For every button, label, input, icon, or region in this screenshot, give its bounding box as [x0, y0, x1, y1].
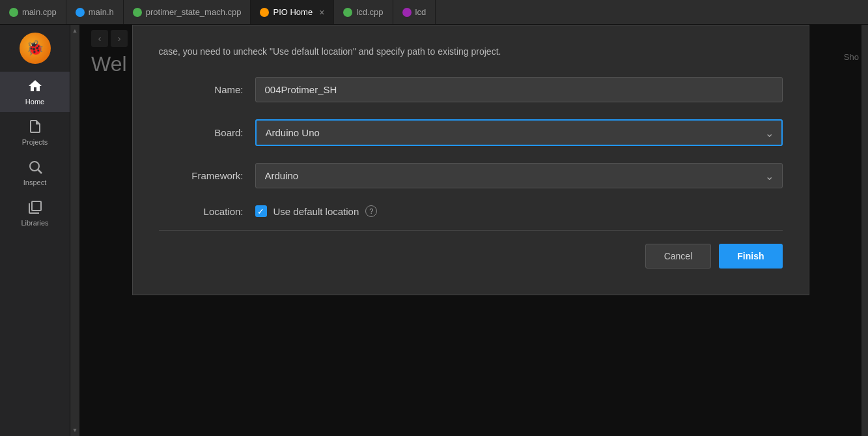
svg-line-1	[38, 170, 42, 174]
tab-icon-lcd-cpp	[343, 8, 352, 17]
location-row: Location: Use default location ?	[159, 205, 783, 217]
sidebar-label-home: Home	[25, 98, 44, 106]
tab-label-protimer: protimer_state_mach.cpp	[146, 7, 242, 17]
tab-icon-main-cpp	[9, 8, 18, 17]
sidebar-icon-projects	[27, 119, 43, 136]
dialog-hint: case, you need to uncheck "Use default l…	[159, 45, 783, 59]
dialog-footer: Cancel Finish	[159, 230, 783, 269]
tab-close-pio-home[interactable]: ×	[319, 8, 324, 17]
board-row: Board: Arduino Uno ⌄	[159, 119, 783, 146]
framework-row: Framework: Arduino ⌄	[159, 163, 783, 188]
main-area: 🐞 HomeProjectsInspectLibraries ▲ ▼ ‹ › W…	[0, 25, 868, 436]
tab-label-lcd-cpp: lcd.cpp	[356, 7, 383, 17]
location-checkbox-wrapper: Use default location ?	[255, 205, 378, 217]
framework-select-wrapper: Arduino ⌄	[255, 163, 783, 188]
tab-icon-main-h	[76, 8, 85, 17]
new-project-dialog: case, you need to uncheck "Use default l…	[132, 25, 809, 295]
sidebar: 🐞 HomeProjectsInspectLibraries	[0, 25, 70, 436]
tab-lcd-h[interactable]: lcd	[393, 0, 436, 24]
tab-icon-lcd-h	[402, 8, 412, 17]
sidebar-label-inspect: Inspect	[23, 179, 46, 186]
dialog-backdrop: case, you need to uncheck "Use default l…	[79, 25, 861, 436]
name-row: Name:	[159, 77, 783, 102]
framework-label: Framework:	[159, 170, 244, 181]
tab-lcd-cpp[interactable]: lcd.cpp	[334, 0, 393, 24]
svg-point-0	[30, 162, 39, 171]
sidebar-item-inspect[interactable]: Inspect	[0, 153, 70, 193]
board-select[interactable]: Arduino Uno	[255, 119, 783, 146]
scroll-up-btn[interactable]: ▲	[71, 26, 79, 35]
location-label: Location:	[159, 206, 244, 217]
tab-icon-pio-home	[260, 8, 269, 17]
sidebar-icon-libraries	[27, 199, 43, 216]
content-area: ▲ ▼ ‹ › Wel Sho case, you need to unchec…	[70, 25, 868, 436]
tab-protimer[interactable]: protimer_state_mach.cpp	[124, 0, 251, 24]
sidebar-label-projects: Projects	[22, 138, 48, 146]
sidebar-item-home[interactable]: Home	[0, 72, 70, 112]
app-logo: 🐞	[18, 31, 52, 65]
tab-main-h[interactable]: main.h	[66, 0, 124, 24]
location-checkbox-label: Use default location	[273, 206, 359, 217]
tab-label-main-h: main.h	[89, 7, 114, 17]
board-select-wrapper: Arduino Uno ⌄	[255, 119, 783, 146]
name-label: Name:	[159, 84, 244, 95]
cancel-button[interactable]: Cancel	[645, 244, 712, 269]
sidebar-icon-home	[27, 78, 43, 95]
sidebar-label-libraries: Libraries	[21, 219, 48, 227]
finish-button[interactable]: Finish	[719, 244, 782, 269]
tab-main-cpp[interactable]: main.cpp	[0, 0, 66, 24]
sidebar-item-projects[interactable]: Projects	[0, 112, 70, 153]
sidebar-icon-inspect	[27, 159, 43, 176]
tab-label-lcd-h: lcd	[415, 7, 427, 17]
location-help-icon[interactable]: ?	[365, 205, 377, 217]
use-default-location-checkbox[interactable]	[255, 205, 267, 217]
tab-label-main-cpp: main.cpp	[22, 7, 57, 17]
right-scrollbar	[861, 25, 868, 436]
tab-pio-home[interactable]: PIO Home×	[251, 0, 334, 24]
name-input[interactable]	[255, 77, 783, 102]
tab-bar: main.cppmain.hprotimer_state_mach.cppPIO…	[0, 0, 868, 25]
board-label: Board:	[159, 127, 244, 138]
sidebar-item-libraries[interactable]: Libraries	[0, 193, 70, 233]
left-scrollbar: ▲ ▼	[70, 25, 79, 436]
logo-icon: 🐞	[20, 33, 51, 64]
tab-label-pio-home: PIO Home	[273, 7, 313, 17]
tab-icon-protimer	[133, 8, 142, 17]
framework-select[interactable]: Arduino	[255, 163, 783, 188]
scroll-down-btn[interactable]: ▼	[71, 426, 79, 435]
